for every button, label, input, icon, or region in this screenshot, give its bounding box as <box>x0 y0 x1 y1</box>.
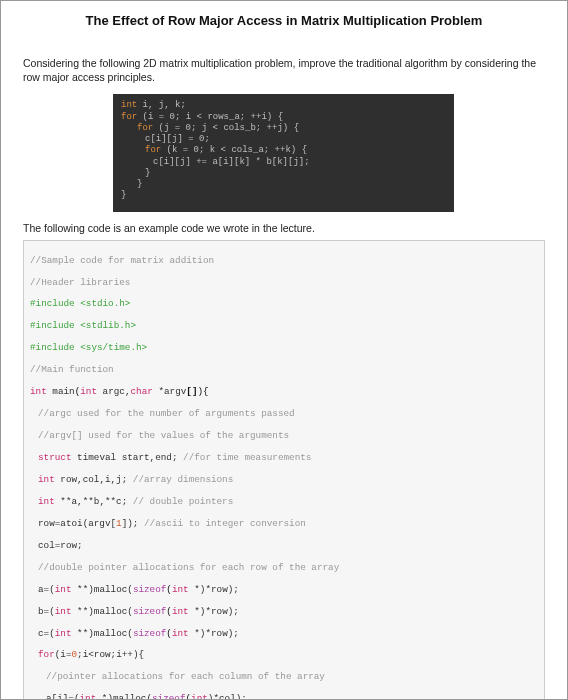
page-title: The Effect of Row Major Access in Matrix… <box>23 13 545 28</box>
code-line: //Header libraries <box>30 278 538 289</box>
code-line: //Main function <box>30 365 538 376</box>
code-line: //pointer allocations for each column of… <box>30 672 538 683</box>
code-line: } <box>121 168 446 179</box>
code-line: #include <stdio.h> <box>30 299 538 310</box>
code-line: #include <sys/time.h> <box>30 343 538 354</box>
code-line: int main(int argc,char *argv[]){ <box>30 387 538 398</box>
code-line: for (i = 0; i < rows_a; ++i) { <box>121 112 446 123</box>
dark-code-block: int i, j, k; for (i = 0; i < rows_a; ++i… <box>113 94 454 211</box>
code-line: int i, j, k; <box>121 100 446 111</box>
intro-paragraph: Considering the following 2D matrix mult… <box>23 56 545 84</box>
code-line: //argc used for the number of arguments … <box>30 409 538 420</box>
code-line: c=(int **)malloc(sizeof(int *)*row); <box>30 629 538 640</box>
code-line: } <box>121 179 446 190</box>
code-line: for (j = 0; j < cols_b; ++j) { <box>121 123 446 134</box>
code-line: #include <stdlib.h> <box>30 321 538 332</box>
code-line: for(i=0;i<row;i++){ <box>30 650 538 661</box>
code-line: a[i]=(int *)malloc(sizeof(int)*col); <box>30 694 538 700</box>
code-line: int row,col,i,j; //array dimensions <box>30 475 538 486</box>
code-line: int **a,**b,**c; // double pointers <box>30 497 538 508</box>
code-line: for (k = 0; k < cols_a; ++k) { <box>121 145 446 156</box>
code-line: //argv[] used for the values of the argu… <box>30 431 538 442</box>
code-line: col=row; <box>30 541 538 552</box>
code-line: } <box>121 190 446 201</box>
between-paragraph: The following code is an example code we… <box>23 222 545 234</box>
code-line: c[i][j] = 0; <box>121 134 446 145</box>
code-line: b=(int **)malloc(sizeof(int *)*row); <box>30 607 538 618</box>
light-code-block: //Sample code for matrix addition //Head… <box>23 240 545 700</box>
code-line: row=atoi(argv[1]); //ascii to integer co… <box>30 519 538 530</box>
code-line: //Sample code for matrix addition <box>30 256 538 267</box>
code-line: a=(int **)malloc(sizeof(int *)*row); <box>30 585 538 596</box>
code-line: struct timeval start,end; //for time mea… <box>30 453 538 464</box>
code-line: c[i][j] += a[i][k] * b[k][j]; <box>121 157 446 168</box>
code-line: //double pointer allocations for each ro… <box>30 563 538 574</box>
